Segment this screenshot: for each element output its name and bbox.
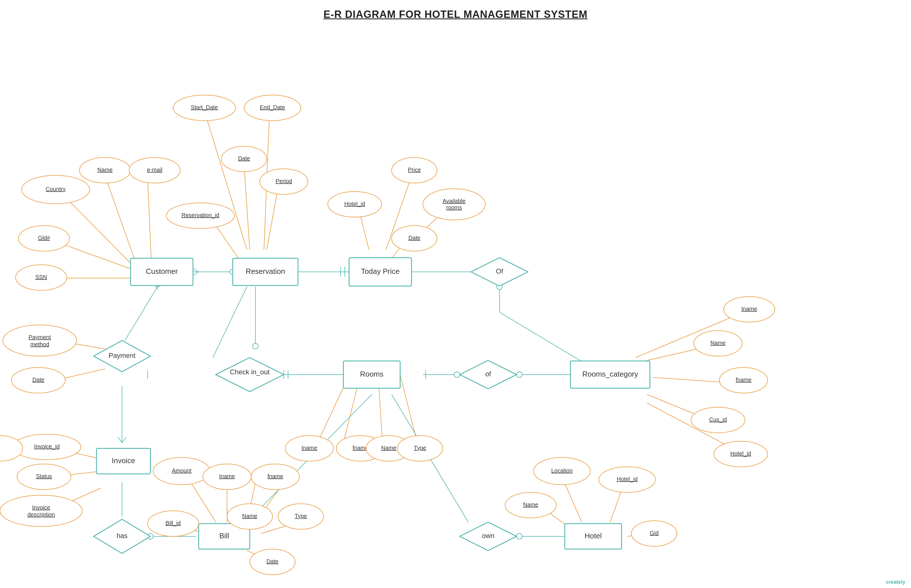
attr-invoicedesc-label1: Invoice bbox=[32, 504, 50, 510]
attr-line bbox=[267, 187, 278, 250]
attr-rooms-type-label: Type bbox=[414, 445, 426, 451]
entity-rooms-label: Rooms bbox=[360, 370, 383, 378]
attr-paymethod-label2: method bbox=[31, 341, 49, 347]
attr-bill-date-label: Date bbox=[267, 558, 278, 564]
rel-payment-label: Payment bbox=[109, 352, 136, 359]
rel-has-label: has bbox=[116, 532, 128, 540]
attr-rc-hotelid-label: Hotel_id bbox=[730, 451, 751, 457]
conn-foot bbox=[193, 268, 199, 272]
rel-own-label: own bbox=[482, 532, 494, 540]
attr-status-label: Status bbox=[36, 473, 52, 479]
conn-line bbox=[125, 287, 158, 341]
attr-bill-fname-label: fname bbox=[267, 473, 283, 479]
attr-tp-date-label: Date bbox=[409, 235, 420, 241]
attr-rooms-iname-label: Iname bbox=[301, 445, 317, 451]
attr-paymethod-label1: Payment bbox=[29, 334, 51, 340]
attr-line bbox=[105, 176, 139, 272]
attr-rooms-name-label: Name bbox=[381, 445, 396, 451]
entity-bill-label: Bill bbox=[220, 531, 229, 540]
attr-price-label: Price bbox=[408, 166, 421, 173]
attr-rc-fname-label: fname bbox=[736, 376, 751, 383]
attr-hotel-id-label: Hotel_id bbox=[617, 476, 637, 483]
rel-checkinout-label: Check in_out bbox=[230, 368, 270, 376]
attr-pay-date-label: Date bbox=[32, 376, 44, 383]
attr-invoiceid-label: Invoice_id bbox=[34, 443, 60, 450]
conn-foot bbox=[193, 272, 199, 276]
attr-avail-rooms-label1: Available bbox=[443, 198, 466, 204]
attr-tp-hotelid-label: Hotel_id bbox=[344, 200, 365, 207]
attr-period-label: Period bbox=[276, 178, 292, 184]
watermark: creately bbox=[886, 579, 905, 585]
attr-hotel-name-label: Name bbox=[523, 501, 538, 508]
entity-reservation-label: Reservation bbox=[246, 267, 285, 276]
diagram-container: E-R DIAGRAM FOR HOTEL MANAGEMENT SYSTEM bbox=[0, 0, 911, 588]
attr-resid-label: Reservation_id bbox=[181, 212, 219, 218]
attr-gid-label: Gid bbox=[649, 530, 658, 536]
attr-line bbox=[244, 165, 250, 250]
attr-bill-name-label: Name bbox=[242, 513, 257, 519]
attr-billid-label: Bill_id bbox=[165, 520, 181, 527]
entity-hotel-label: Hotel bbox=[585, 531, 602, 540]
entity-rooms-category-label: Rooms_category bbox=[582, 370, 638, 378]
attr-startdate-label: Start_Date bbox=[191, 104, 218, 111]
conn-line bbox=[499, 312, 585, 363]
attr-customer-name-label: Name bbox=[97, 166, 112, 173]
entity-todayprice-label: Today Price bbox=[361, 267, 400, 276]
attr-rc-iname-label: Iname bbox=[741, 305, 757, 312]
conn-circle bbox=[253, 343, 258, 349]
entity-customer-label: Customer bbox=[146, 267, 178, 276]
attr-ssn-label: SSN bbox=[35, 274, 47, 280]
attr-rc-name-label: Name bbox=[710, 340, 725, 346]
conn-arrow bbox=[118, 437, 122, 443]
attr-invoicedesc bbox=[0, 495, 82, 527]
conn-arrow bbox=[122, 437, 126, 443]
conn-line bbox=[213, 287, 247, 357]
attr-bill-iname-label: Iname bbox=[219, 473, 235, 479]
attr-avail-rooms-label2: rooms bbox=[446, 204, 462, 210]
attr-enddate-label: End_Date bbox=[260, 104, 285, 111]
attr-rc-cusid-label: Cus_id bbox=[709, 416, 727, 423]
attr-bill-type-label: Type bbox=[295, 513, 307, 519]
attr-location-label: Location bbox=[551, 467, 573, 473]
attr-line bbox=[204, 111, 247, 250]
attr-email-label: e-mail bbox=[147, 166, 162, 173]
attr-amount-label: Amount bbox=[172, 467, 192, 473]
attr-paymethod bbox=[3, 325, 77, 356]
rel-of-label: Of bbox=[496, 267, 503, 275]
entity-invoice-label: Invoice bbox=[112, 456, 135, 465]
attr-country-label: Country bbox=[46, 186, 66, 192]
attr-gld-label: Gld# bbox=[38, 235, 50, 241]
attr-res-date-label: Date bbox=[238, 155, 250, 162]
er-diagram-svg: Customer Reservation Today Price Rooms R… bbox=[0, 0, 911, 588]
attr-invoicedesc-label2: description bbox=[27, 511, 55, 518]
rel-of2-label: of bbox=[485, 370, 491, 378]
